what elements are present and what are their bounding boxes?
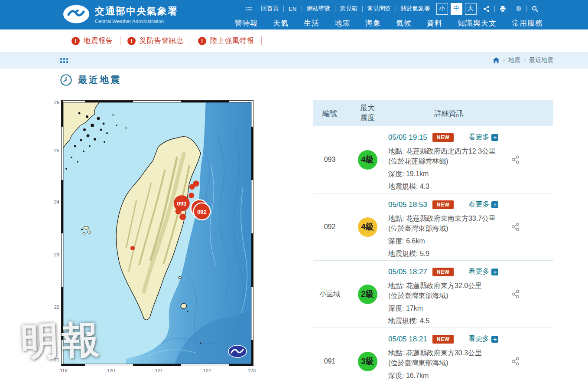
alert-strong-wind[interactable]: ! 陸上強風特報: [198, 36, 254, 46]
english-link[interactable]: EN: [284, 6, 302, 12]
plus-icon: ＋: [491, 269, 498, 275]
main-nav: 警特報 天氣 生活 地震 海象 氣候 資料 知識與天文 常用服務: [234, 18, 543, 28]
quake-magnitude: 地震規模: 4.5: [388, 317, 510, 326]
quake-depth: 深度: 19.1km: [388, 170, 510, 179]
intensity-badge: 4級: [358, 150, 377, 170]
about-link[interactable]: 關於氣象署: [396, 5, 435, 13]
row-share-icon[interactable]: [510, 155, 553, 164]
alert-earthquake-report[interactable]: ! 地震報告: [71, 36, 113, 46]
page-title-block: 最近地震: [60, 74, 121, 86]
col-header-intensity: 最大震度: [359, 103, 377, 123]
breadcrumb-earthquake[interactable]: 地震: [508, 56, 520, 64]
quake-details: 05/05 18:21 NEW 看更多 ＋ 地點: 花蓮縣政府東方30.3公里 …: [388, 328, 510, 380]
sitemap-link[interactable]: 網站導覽: [302, 5, 335, 13]
home-icon[interactable]: [493, 57, 500, 64]
intensity-badge: 4級: [358, 217, 377, 237]
nav-weather[interactable]: 天氣: [273, 18, 289, 28]
quake-dot[interactable]: [130, 246, 135, 250]
lon-label: 121: [155, 368, 163, 373]
nav-life[interactable]: 生活: [304, 18, 319, 28]
taiwan-map-image: 093 092: [61, 100, 253, 366]
nav-climate[interactable]: 氣候: [396, 18, 412, 28]
see-more-link[interactable]: 看更多 ＋: [468, 200, 498, 209]
search-icon[interactable]: [527, 6, 543, 12]
divider: [261, 36, 262, 45]
nav-warnings[interactable]: 警特報: [234, 18, 258, 28]
see-more-link[interactable]: 看更多 ＋: [468, 133, 498, 142]
lon-label: 119: [60, 368, 68, 373]
breadcrumb-recent[interactable]: 最近地震: [529, 56, 553, 64]
quake-datetime: 05/05 18:21: [388, 335, 427, 344]
see-more-link[interactable]: 看更多 ＋: [468, 267, 498, 276]
alert-bar: ! 地震報告 ! 災防告警訊息 ! 陸上強風特報: [0, 29, 588, 52]
settings-gear-icon[interactable]: ⚙: [511, 5, 526, 13]
new-badge: NEW: [432, 335, 454, 344]
see-more-label: 看更多: [468, 200, 489, 209]
quake-dot[interactable]: [188, 193, 194, 198]
alert-exclamation-icon: !: [71, 37, 80, 45]
quake-datetime: 05/05 18:27: [388, 268, 427, 276]
utility-bar: 回首頁 EN 網站導覽 意見箱 常見問答 關於氣象署 小 中 大: [246, 3, 543, 15]
breadcrumb: › 地震 › 最近地震: [493, 56, 553, 64]
table-row: 小區域 2級 05/05 18:27 NEW 看更多 ＋ 地點: 花蓮縣政府東方…: [313, 261, 553, 328]
logo-title: 交通部中央氣象署: [95, 5, 178, 18]
site-header: 交通部中央氣象署 Central Weather Administration …: [0, 0, 588, 29]
row-share-icon[interactable]: [510, 290, 553, 298]
earthquake-table: 編號 最大震度 詳細資訊 093 4級 05/05 19:15 NEW 看更多 …: [313, 100, 553, 380]
logo-subtitle: Central Weather Administration: [95, 19, 178, 24]
font-size-small-button[interactable]: 小: [436, 3, 448, 15]
quake-depth: 深度: 6.6km: [388, 237, 510, 246]
quake-dot[interactable]: [189, 184, 195, 190]
quake-datetime: 05/05 18:53: [388, 200, 427, 209]
quake-location: 地點: 花蓮縣政府西北西方12.3公里 (位於花蓮縣秀林鄉): [388, 146, 510, 166]
font-size-medium-button[interactable]: 中: [451, 3, 462, 15]
plus-icon: ＋: [491, 201, 498, 208]
print-icon[interactable]: [495, 6, 511, 12]
quake-details: 05/05 18:27 NEW 看更多 ＋ 地點: 花蓮縣政府東方32.0公里 …: [388, 261, 510, 326]
quake-location: 地點: 花蓮縣政府東方30.3公里 (位於臺灣東部海域): [388, 348, 510, 368]
lon-label: 123: [248, 368, 256, 373]
new-badge: NEW: [432, 200, 454, 209]
alert-exclamation-icon: !: [127, 37, 136, 45]
alert-label: 災防告警訊息: [140, 36, 184, 46]
breadcrumb-separator: ›: [503, 57, 505, 63]
alert-exclamation-icon: !: [198, 37, 206, 45]
row-share-icon[interactable]: [510, 223, 553, 231]
breadcrumb-bar: › 地震 › 最近地震: [0, 52, 588, 69]
nav-marine[interactable]: 海象: [365, 18, 381, 28]
quake-magnitude: 地震規模: 4.3: [388, 182, 510, 191]
lat-label: 21: [50, 357, 59, 362]
page: 交通部中央氣象署 Central Weather Administration …: [0, 0, 588, 380]
feedback-link[interactable]: 意見箱: [335, 5, 363, 13]
quake-id: 093: [313, 155, 347, 164]
alert-label: 地震報告: [84, 36, 113, 46]
grid-dots-icon[interactable]: [60, 58, 68, 63]
quake-details: 05/05 19:15 NEW 看更多 ＋ 地點: 花蓮縣政府西北西方12.3公…: [388, 126, 510, 191]
divider: [120, 36, 120, 45]
menu-dots-icon[interactable]: [246, 7, 252, 10]
intensity-badge: 2級: [358, 285, 377, 304]
faq-link[interactable]: 常見問答: [363, 5, 396, 13]
cwa-logo[interactable]: 交通部中央氣象署 Central Weather Administration: [63, 4, 178, 24]
intensity-badge: 3級: [358, 352, 377, 371]
row-share-icon[interactable]: [510, 357, 553, 366]
table-row: 093 4級 05/05 19:15 NEW 看更多 ＋ 地點: 花蓮縣政府西北…: [313, 126, 553, 193]
quake-magnitude: 地震規模: 5.9: [388, 249, 510, 259]
nav-services[interactable]: 常用服務: [512, 18, 543, 28]
lat-label: 23: [50, 252, 59, 257]
font-size-large-button[interactable]: 大: [465, 3, 477, 15]
lat-label: 26: [50, 100, 59, 105]
quake-datetime: 05/05 19:15: [388, 133, 427, 142]
nav-data[interactable]: 資料: [427, 18, 442, 28]
nav-earthquake[interactable]: 地震: [335, 18, 350, 28]
alert-disaster-warning[interactable]: ! 災防告警訊息: [127, 36, 184, 46]
quake-id: 小區域: [313, 289, 347, 299]
nav-knowledge[interactable]: 知識與天文: [458, 18, 497, 28]
see-more-link[interactable]: 看更多 ＋: [468, 334, 498, 344]
share-icon[interactable]: [478, 6, 494, 12]
quake-dot[interactable]: [179, 214, 186, 220]
earthquake-map[interactable]: 093 092 26 25 24 23 22 21 119 120 121 12…: [61, 100, 253, 366]
table-header-row: 編號 最大震度 詳細資訊: [313, 100, 553, 126]
table-row: 092 4級 05/05 18:53 NEW 看更多 ＋ 地點: 花蓮縣政府東南…: [313, 193, 553, 261]
home-link[interactable]: 回首頁: [256, 5, 283, 13]
